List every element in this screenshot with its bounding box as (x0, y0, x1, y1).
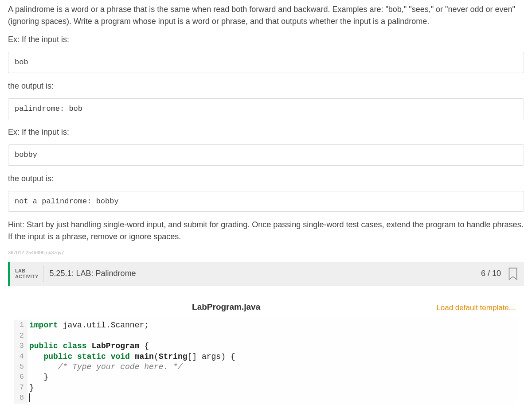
line-number: 1 (14, 320, 27, 330)
code-line[interactable]: 1import java.util.Scanner; (14, 320, 518, 330)
hint-text: Hint: Start by just handling single-word… (8, 219, 524, 243)
code-line[interactable]: 5 /* Type your code here. */ (14, 362, 518, 372)
example1-label: Ex: If the input is: (8, 34, 524, 46)
code-content[interactable]: /* Type your code here. */ (27, 362, 183, 372)
example2-input-box: bobby (8, 144, 524, 166)
code-editor[interactable]: 1import java.util.Scanner;2 3public clas… (14, 318, 518, 403)
output2-label: the output is: (8, 173, 524, 185)
code-line[interactable]: 3public class LabProgram { (14, 341, 518, 351)
code-content[interactable]: } (27, 372, 48, 382)
line-number: 7 (14, 383, 27, 393)
code-content[interactable] (27, 393, 30, 403)
problem-intro: A palindrome is a word or a phrase that … (8, 4, 524, 27)
load-default-template-link[interactable]: Load default template... (436, 302, 516, 314)
code-content[interactable] (27, 331, 34, 341)
editor-filename: LabProgram.java (16, 301, 436, 314)
code-line[interactable]: 6 } (14, 372, 518, 382)
line-number: 2 (14, 331, 27, 341)
bookmark-button[interactable] (505, 262, 524, 286)
code-content[interactable]: public class LabProgram { (27, 341, 149, 351)
line-number: 5 (14, 362, 27, 372)
bookmark-icon (507, 267, 519, 280)
example1-output-box: palindrome: bob (8, 98, 524, 120)
line-number: 6 (14, 372, 27, 382)
example2-output-box: not a palindrome: bobby (8, 191, 524, 212)
line-number: 3 (14, 341, 27, 351)
editor-panel: LabProgram.java Load default template...… (8, 286, 524, 404)
output1-label: the output is: (8, 80, 524, 92)
line-number: 8 (14, 393, 27, 403)
code-content[interactable]: import java.util.Scanner; (27, 320, 149, 330)
example1-input-box: bob (8, 52, 524, 73)
code-line[interactable]: 4 public static void main(String[] args)… (14, 352, 518, 362)
code-content[interactable]: public static void main(String[] args) { (27, 352, 235, 362)
code-content[interactable]: } (27, 383, 34, 393)
lab-score: 6 / 10 (481, 262, 505, 286)
content-id: 367012.2549490.qx3zqy7 (8, 249, 524, 257)
lab-badge-line2: ACTIVITY (15, 274, 39, 280)
example2-label: Ex: If the input is: (8, 126, 524, 138)
code-line[interactable]: 7} (14, 383, 518, 393)
lab-title: 5.25.1: LAB: Palindrome (43, 262, 481, 286)
lab-badge-line1: LAB (15, 268, 39, 274)
lab-header: LAB ACTIVITY 5.25.1: LAB: Palindrome 6 /… (8, 262, 524, 286)
line-number: 4 (14, 352, 27, 362)
lab-activity-badge: LAB ACTIVITY (10, 265, 43, 282)
code-line[interactable]: 2 (14, 331, 518, 341)
code-line[interactable]: 8 (14, 393, 518, 403)
text-cursor (29, 393, 30, 402)
